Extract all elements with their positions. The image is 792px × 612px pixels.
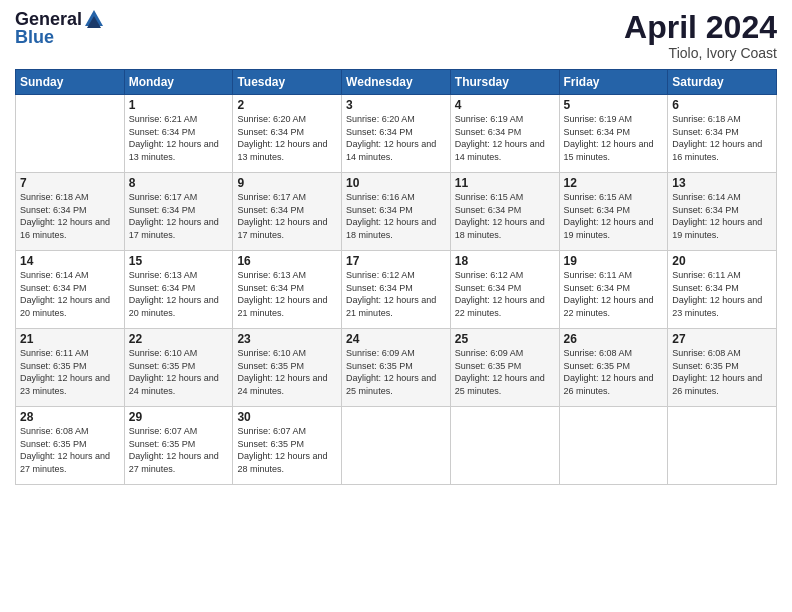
calendar-cell: 30Sunrise: 6:07 AMSunset: 6:35 PMDayligh… xyxy=(233,407,342,485)
calendar-week-0: 1Sunrise: 6:21 AMSunset: 6:34 PMDaylight… xyxy=(16,95,777,173)
day-info: Sunrise: 6:11 AMSunset: 6:35 PMDaylight:… xyxy=(20,347,120,397)
calendar-cell: 9Sunrise: 6:17 AMSunset: 6:34 PMDaylight… xyxy=(233,173,342,251)
calendar-week-3: 21Sunrise: 6:11 AMSunset: 6:35 PMDayligh… xyxy=(16,329,777,407)
logo-icon xyxy=(83,8,105,30)
logo: General Blue xyxy=(15,10,105,48)
day-number: 21 xyxy=(20,332,120,346)
day-number: 5 xyxy=(564,98,664,112)
day-info: Sunrise: 6:18 AMSunset: 6:34 PMDaylight:… xyxy=(20,191,120,241)
day-info: Sunrise: 6:07 AMSunset: 6:35 PMDaylight:… xyxy=(129,425,229,475)
day-info: Sunrise: 6:17 AMSunset: 6:34 PMDaylight:… xyxy=(237,191,337,241)
day-number: 25 xyxy=(455,332,555,346)
day-number: 3 xyxy=(346,98,446,112)
header-sunday: Sunday xyxy=(16,70,125,95)
calendar-cell: 25Sunrise: 6:09 AMSunset: 6:35 PMDayligh… xyxy=(450,329,559,407)
day-info: Sunrise: 6:15 AMSunset: 6:34 PMDaylight:… xyxy=(564,191,664,241)
day-number: 19 xyxy=(564,254,664,268)
calendar-cell: 27Sunrise: 6:08 AMSunset: 6:35 PMDayligh… xyxy=(668,329,777,407)
subtitle: Tiolo, Ivory Coast xyxy=(624,45,777,61)
day-number: 14 xyxy=(20,254,120,268)
calendar-cell: 29Sunrise: 6:07 AMSunset: 6:35 PMDayligh… xyxy=(124,407,233,485)
day-number: 28 xyxy=(20,410,120,424)
calendar-cell: 15Sunrise: 6:13 AMSunset: 6:34 PMDayligh… xyxy=(124,251,233,329)
calendar-cell: 20Sunrise: 6:11 AMSunset: 6:34 PMDayligh… xyxy=(668,251,777,329)
calendar-table: Sunday Monday Tuesday Wednesday Thursday… xyxy=(15,69,777,485)
header-thursday: Thursday xyxy=(450,70,559,95)
day-info: Sunrise: 6:07 AMSunset: 6:35 PMDaylight:… xyxy=(237,425,337,475)
day-number: 12 xyxy=(564,176,664,190)
day-number: 9 xyxy=(237,176,337,190)
day-info: Sunrise: 6:14 AMSunset: 6:34 PMDaylight:… xyxy=(20,269,120,319)
day-info: Sunrise: 6:21 AMSunset: 6:34 PMDaylight:… xyxy=(129,113,229,163)
main-title: April 2024 xyxy=(624,10,777,45)
day-info: Sunrise: 6:08 AMSunset: 6:35 PMDaylight:… xyxy=(564,347,664,397)
day-info: Sunrise: 6:18 AMSunset: 6:34 PMDaylight:… xyxy=(672,113,772,163)
day-info: Sunrise: 6:19 AMSunset: 6:34 PMDaylight:… xyxy=(455,113,555,163)
day-number: 6 xyxy=(672,98,772,112)
day-number: 17 xyxy=(346,254,446,268)
day-info: Sunrise: 6:15 AMSunset: 6:34 PMDaylight:… xyxy=(455,191,555,241)
day-info: Sunrise: 6:10 AMSunset: 6:35 PMDaylight:… xyxy=(237,347,337,397)
calendar-cell: 16Sunrise: 6:13 AMSunset: 6:34 PMDayligh… xyxy=(233,251,342,329)
day-info: Sunrise: 6:19 AMSunset: 6:34 PMDaylight:… xyxy=(564,113,664,163)
day-info: Sunrise: 6:11 AMSunset: 6:34 PMDaylight:… xyxy=(564,269,664,319)
calendar-cell: 18Sunrise: 6:12 AMSunset: 6:34 PMDayligh… xyxy=(450,251,559,329)
day-number: 30 xyxy=(237,410,337,424)
title-block: April 2024 Tiolo, Ivory Coast xyxy=(624,10,777,61)
calendar-week-1: 7Sunrise: 6:18 AMSunset: 6:34 PMDaylight… xyxy=(16,173,777,251)
day-number: 29 xyxy=(129,410,229,424)
day-info: Sunrise: 6:13 AMSunset: 6:34 PMDaylight:… xyxy=(237,269,337,319)
calendar-cell: 22Sunrise: 6:10 AMSunset: 6:35 PMDayligh… xyxy=(124,329,233,407)
day-info: Sunrise: 6:16 AMSunset: 6:34 PMDaylight:… xyxy=(346,191,446,241)
day-number: 16 xyxy=(237,254,337,268)
day-info: Sunrise: 6:08 AMSunset: 6:35 PMDaylight:… xyxy=(20,425,120,475)
day-number: 15 xyxy=(129,254,229,268)
day-number: 13 xyxy=(672,176,772,190)
day-number: 24 xyxy=(346,332,446,346)
calendar-cell: 4Sunrise: 6:19 AMSunset: 6:34 PMDaylight… xyxy=(450,95,559,173)
day-number: 27 xyxy=(672,332,772,346)
day-info: Sunrise: 6:10 AMSunset: 6:35 PMDaylight:… xyxy=(129,347,229,397)
day-info: Sunrise: 6:08 AMSunset: 6:35 PMDaylight:… xyxy=(672,347,772,397)
day-info: Sunrise: 6:14 AMSunset: 6:34 PMDaylight:… xyxy=(672,191,772,241)
calendar-cell xyxy=(450,407,559,485)
day-number: 10 xyxy=(346,176,446,190)
calendar-cell: 13Sunrise: 6:14 AMSunset: 6:34 PMDayligh… xyxy=(668,173,777,251)
day-number: 4 xyxy=(455,98,555,112)
calendar-cell: 26Sunrise: 6:08 AMSunset: 6:35 PMDayligh… xyxy=(559,329,668,407)
day-info: Sunrise: 6:11 AMSunset: 6:34 PMDaylight:… xyxy=(672,269,772,319)
day-number: 2 xyxy=(237,98,337,112)
header-monday: Monday xyxy=(124,70,233,95)
day-number: 20 xyxy=(672,254,772,268)
day-info: Sunrise: 6:17 AMSunset: 6:34 PMDaylight:… xyxy=(129,191,229,241)
calendar-cell: 1Sunrise: 6:21 AMSunset: 6:34 PMDaylight… xyxy=(124,95,233,173)
logo-text-blue: Blue xyxy=(15,28,105,48)
calendar-cell xyxy=(668,407,777,485)
calendar-cell: 24Sunrise: 6:09 AMSunset: 6:35 PMDayligh… xyxy=(342,329,451,407)
calendar-cell: 6Sunrise: 6:18 AMSunset: 6:34 PMDaylight… xyxy=(668,95,777,173)
calendar-cell: 10Sunrise: 6:16 AMSunset: 6:34 PMDayligh… xyxy=(342,173,451,251)
day-number: 11 xyxy=(455,176,555,190)
day-number: 1 xyxy=(129,98,229,112)
day-info: Sunrise: 6:09 AMSunset: 6:35 PMDaylight:… xyxy=(455,347,555,397)
calendar-cell: 14Sunrise: 6:14 AMSunset: 6:34 PMDayligh… xyxy=(16,251,125,329)
header-wednesday: Wednesday xyxy=(342,70,451,95)
calendar-cell: 3Sunrise: 6:20 AMSunset: 6:34 PMDaylight… xyxy=(342,95,451,173)
day-number: 8 xyxy=(129,176,229,190)
calendar-cell xyxy=(16,95,125,173)
day-info: Sunrise: 6:12 AMSunset: 6:34 PMDaylight:… xyxy=(346,269,446,319)
calendar-cell xyxy=(342,407,451,485)
page: General Blue April 2024 Tiolo, Ivory Coa… xyxy=(0,0,792,612)
day-number: 18 xyxy=(455,254,555,268)
calendar-cell: 11Sunrise: 6:15 AMSunset: 6:34 PMDayligh… xyxy=(450,173,559,251)
calendar-week-2: 14Sunrise: 6:14 AMSunset: 6:34 PMDayligh… xyxy=(16,251,777,329)
day-info: Sunrise: 6:20 AMSunset: 6:34 PMDaylight:… xyxy=(237,113,337,163)
calendar-week-4: 28Sunrise: 6:08 AMSunset: 6:35 PMDayligh… xyxy=(16,407,777,485)
calendar-cell: 5Sunrise: 6:19 AMSunset: 6:34 PMDaylight… xyxy=(559,95,668,173)
day-info: Sunrise: 6:20 AMSunset: 6:34 PMDaylight:… xyxy=(346,113,446,163)
header: General Blue April 2024 Tiolo, Ivory Coa… xyxy=(15,10,777,61)
day-number: 26 xyxy=(564,332,664,346)
day-number: 23 xyxy=(237,332,337,346)
day-info: Sunrise: 6:12 AMSunset: 6:34 PMDaylight:… xyxy=(455,269,555,319)
calendar-header-row: Sunday Monday Tuesday Wednesday Thursday… xyxy=(16,70,777,95)
